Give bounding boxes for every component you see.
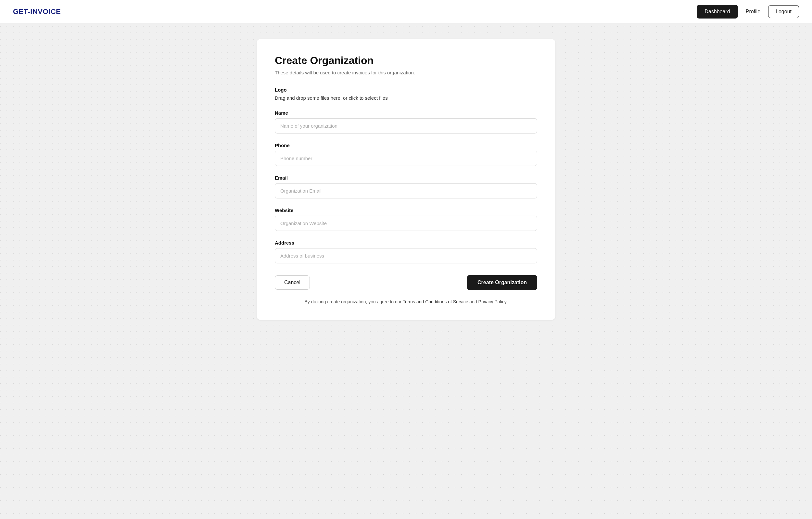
app-logo: GET-INVOICE: [13, 7, 61, 16]
phone-field-group: Phone: [275, 143, 537, 166]
nav-right: Dashboard Profile Logout: [697, 5, 799, 19]
logo-label: Logo: [275, 87, 537, 92]
form-actions: Cancel Create Organization: [275, 275, 537, 290]
form-title: Create Organization: [275, 55, 537, 66]
form-footer: By clicking create organization, you agr…: [275, 299, 537, 304]
tos-link[interactable]: Terms and Conditions of Service: [403, 299, 468, 304]
phone-input[interactable]: [275, 151, 537, 166]
website-input[interactable]: [275, 215, 537, 231]
main-content: Create Organization These details will b…: [0, 23, 812, 336]
name-label: Name: [275, 110, 537, 116]
footer-period: .: [506, 299, 508, 304]
dashboard-button[interactable]: Dashboard: [697, 5, 737, 19]
cancel-button[interactable]: Cancel: [275, 276, 310, 290]
address-field-group: Address: [275, 240, 537, 263]
profile-button[interactable]: Profile: [743, 5, 763, 19]
create-organization-button[interactable]: Create Organization: [467, 275, 537, 290]
form-subtitle: These details will be used to create inv…: [275, 70, 537, 75]
form-card: Create Organization These details will b…: [257, 39, 555, 320]
header: GET-INVOICE Dashboard Profile Logout: [0, 0, 812, 23]
logo-drop-text: Drag and drop some files here, or click …: [275, 95, 388, 101]
logo-upload-area[interactable]: Logo Drag and drop some files here, or c…: [275, 87, 537, 101]
footer-and: and: [468, 299, 478, 304]
privacy-link[interactable]: Privacy Policy: [478, 299, 506, 304]
name-field-group: Name: [275, 110, 537, 134]
email-field-group: Email: [275, 175, 537, 198]
phone-label: Phone: [275, 143, 537, 148]
website-field-group: Website: [275, 207, 537, 231]
address-input[interactable]: [275, 248, 537, 263]
address-label: Address: [275, 240, 537, 246]
logout-button[interactable]: Logout: [768, 5, 799, 18]
website-label: Website: [275, 207, 537, 213]
email-label: Email: [275, 175, 537, 180]
footer-text: By clicking create organization, you agr…: [304, 299, 402, 304]
email-input[interactable]: [275, 183, 537, 198]
name-input[interactable]: [275, 118, 537, 134]
